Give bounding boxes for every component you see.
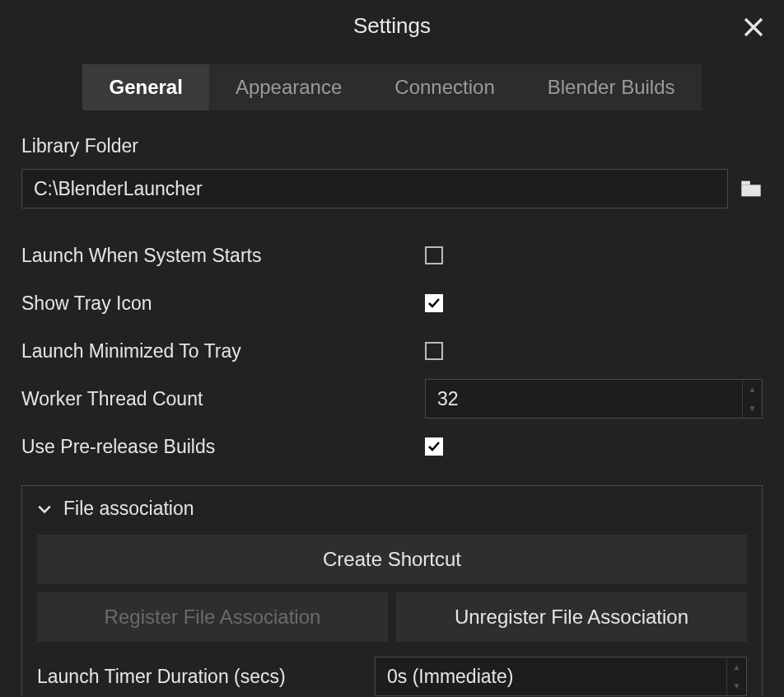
library-folder-row	[21, 169, 763, 208]
register-file-association-button[interactable]: Register File Association	[37, 592, 388, 642]
svg-rect-1	[741, 181, 750, 185]
register-row: Register File Association Unregister Fil…	[37, 592, 747, 642]
pre-release-checkbox[interactable]	[425, 437, 443, 456]
launch-timer-label: Launch Timer Duration (secs)	[37, 666, 366, 688]
launch-timer-row: Launch Timer Duration (secs) ▲ ▼	[37, 657, 747, 696]
launch-minimized-row: Launch Minimized To Tray	[21, 327, 763, 375]
unregister-file-association-button[interactable]: Unregister File Association	[396, 592, 747, 642]
file-association-title: File association	[63, 498, 194, 520]
worker-thread-down[interactable]: ▼	[743, 399, 762, 418]
show-tray-icon-row: Show Tray Icon	[21, 279, 763, 327]
settings-content: Library Folder Launch When System Starts…	[0, 110, 784, 697]
worker-thread-arrows: ▲ ▼	[742, 380, 762, 418]
launch-on-start-label: Launch When System Starts	[21, 245, 425, 267]
show-tray-icon-label: Show Tray Icon	[21, 292, 425, 315]
launch-minimized-checkbox[interactable]	[425, 342, 443, 360]
worker-thread-row: Worker Thread Count ▲ ▼	[21, 375, 763, 423]
worker-thread-spinner: ▲ ▼	[425, 379, 763, 419]
tab-general[interactable]: General	[82, 64, 208, 110]
worker-thread-label: Worker Thread Count	[21, 388, 425, 410]
titlebar: Settings	[0, 0, 784, 51]
pre-release-row: Use Pre-release Builds	[21, 423, 763, 470]
close-button[interactable]	[741, 15, 766, 40]
launch-timer-down[interactable]: ▼	[727, 676, 746, 695]
create-shortcut-button[interactable]: Create Shortcut	[37, 535, 747, 584]
svg-rect-0	[741, 185, 760, 196]
worker-thread-up[interactable]: ▲	[743, 380, 762, 399]
folder-icon	[740, 177, 763, 200]
library-folder-input[interactable]	[21, 169, 728, 208]
window-title: Settings	[353, 13, 431, 39]
close-icon	[741, 15, 766, 40]
launch-on-start-checkbox[interactable]	[425, 246, 443, 264]
tab-blender-builds[interactable]: Blender Builds	[521, 64, 702, 110]
tabs-bar: General Appearance Connection Blender Bu…	[82, 64, 701, 110]
pre-release-label: Use Pre-release Builds	[21, 436, 425, 458]
file-association-header: File association	[37, 498, 747, 520]
tab-appearance[interactable]: Appearance	[209, 64, 368, 110]
worker-thread-input[interactable]	[426, 380, 742, 418]
launch-timer-input[interactable]	[376, 657, 726, 695]
launch-minimized-label: Launch Minimized To Tray	[21, 340, 425, 363]
library-folder-label: Library Folder	[21, 135, 763, 157]
chevron-down-icon	[37, 502, 52, 517]
file-association-section: File association Create Shortcut Registe…	[21, 485, 763, 697]
launch-on-start-row: Launch When System Starts	[21, 232, 763, 279]
launch-timer-arrows: ▲ ▼	[726, 657, 746, 695]
browse-folder-button[interactable]	[740, 177, 763, 200]
launch-timer-spinner: ▲ ▼	[375, 657, 747, 696]
section-toggle[interactable]	[37, 502, 52, 517]
launch-timer-up[interactable]: ▲	[727, 657, 746, 676]
show-tray-icon-checkbox[interactable]	[425, 294, 443, 312]
tab-connection[interactable]: Connection	[368, 64, 520, 110]
